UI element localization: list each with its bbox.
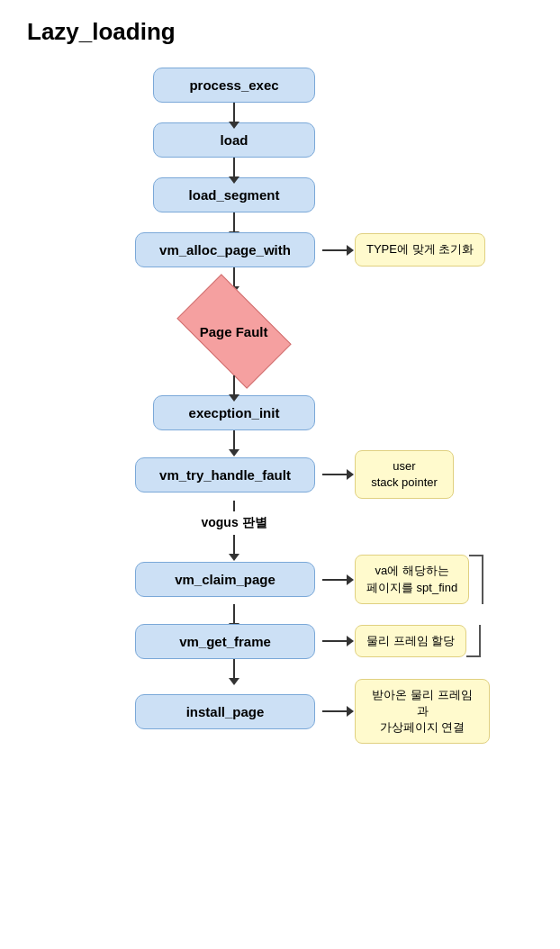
arrow-9 xyxy=(233,659,235,679)
arrow-7 xyxy=(233,535,235,555)
node-install-page: install_page xyxy=(135,694,315,729)
node-process-exec: process_exec xyxy=(153,68,315,103)
arrow-right-1 xyxy=(322,249,348,251)
page-title: Lazy_loading xyxy=(27,18,533,46)
node-vm-claim-page: vm_claim_page xyxy=(135,562,315,597)
node-vm-try-handle-fault: vm_try_handle_fault xyxy=(135,457,315,493)
arrow-right-4 xyxy=(322,640,348,642)
arrow-3 xyxy=(233,212,235,232)
node-page-fault: Page Fault xyxy=(176,274,291,388)
arrow-right-2 xyxy=(322,474,348,475)
vogus-label: vogus 판별 xyxy=(201,515,266,531)
note-vm-try-handle: user stack pointer xyxy=(355,450,454,499)
flowchart: process_exec load load_segment vm_alloc_… xyxy=(27,68,533,744)
note-vm-claim: va에 해당하는 페이지를 spt_find xyxy=(355,555,469,603)
note-vm-get-frame: 물리 프레임 할당 xyxy=(355,625,466,657)
arrow-6 xyxy=(233,430,235,450)
arrow-5 xyxy=(233,375,235,395)
arrow-1 xyxy=(233,103,235,122)
arrow-2 xyxy=(233,158,235,177)
arrow-4 xyxy=(233,267,235,287)
arrow-right-3 xyxy=(322,579,348,581)
note-install-page: 받아온 물리 프레임과 가상페이지 연결 xyxy=(355,679,490,745)
node-vm-alloc-page-with: vm_alloc_page_with xyxy=(135,232,315,267)
arrow-right-5 xyxy=(322,710,348,712)
node-vm-get-frame: vm_get_frame xyxy=(135,624,315,659)
note-vm-alloc: TYPE에 맞게 초기화 xyxy=(355,233,485,266)
arrow-8 xyxy=(233,604,235,624)
